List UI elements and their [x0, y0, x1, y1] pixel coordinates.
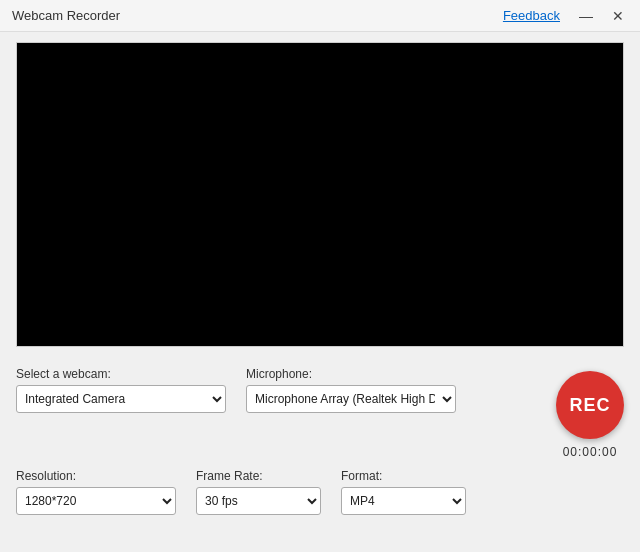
mic-select[interactable]: Microphone Array (Realtek High Def: [246, 385, 456, 413]
mic-label: Microphone:: [246, 367, 456, 381]
resolution-label: Resolution:: [16, 469, 176, 483]
title-bar-left: Webcam Recorder: [12, 8, 120, 23]
framerate-label: Frame Rate:: [196, 469, 321, 483]
minimize-button[interactable]: —: [572, 2, 600, 30]
resolution-select[interactable]: 1280*720 1920*1080 640*480: [16, 487, 176, 515]
camera-preview: [16, 42, 624, 347]
resolution-group: Resolution: 1280*720 1920*1080 640*480: [16, 469, 176, 515]
title-bar-right: Feedback — ✕: [503, 2, 632, 30]
controls-area: Select a webcam: Integrated Camera Micro…: [0, 357, 640, 515]
title-bar: Webcam Recorder Feedback — ✕: [0, 0, 640, 32]
webcam-label: Select a webcam:: [16, 367, 226, 381]
format-label: Format:: [341, 469, 466, 483]
app-title: Webcam Recorder: [12, 8, 120, 23]
webcam-group: Select a webcam: Integrated Camera: [16, 367, 226, 413]
close-button[interactable]: ✕: [604, 2, 632, 30]
rec-button[interactable]: REC: [556, 371, 624, 439]
feedback-link[interactable]: Feedback: [503, 8, 560, 23]
framerate-select[interactable]: 30 fps 60 fps 15 fps: [196, 487, 321, 515]
top-control-row: Select a webcam: Integrated Camera Micro…: [16, 367, 624, 459]
framerate-group: Frame Rate: 30 fps 60 fps 15 fps: [196, 469, 321, 515]
mic-group: Microphone: Microphone Array (Realtek Hi…: [246, 367, 456, 413]
rec-timer: 00:00:00: [563, 445, 618, 459]
rec-button-area: REC 00:00:00: [556, 367, 624, 459]
format-select[interactable]: MP4 AVI MKV: [341, 487, 466, 515]
format-group: Format: MP4 AVI MKV: [341, 469, 466, 515]
webcam-select[interactable]: Integrated Camera: [16, 385, 226, 413]
bottom-control-row: Resolution: 1280*720 1920*1080 640*480 F…: [16, 469, 624, 515]
